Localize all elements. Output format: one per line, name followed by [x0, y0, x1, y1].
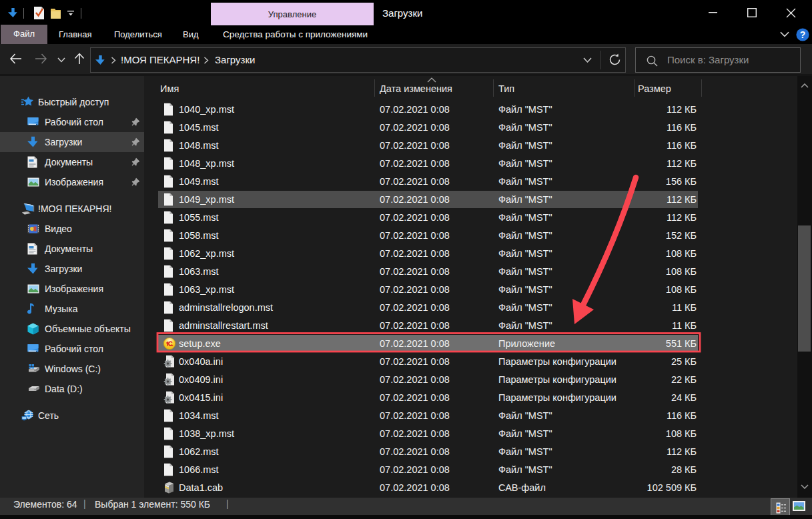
svg-text:?: ? — [800, 29, 806, 40]
